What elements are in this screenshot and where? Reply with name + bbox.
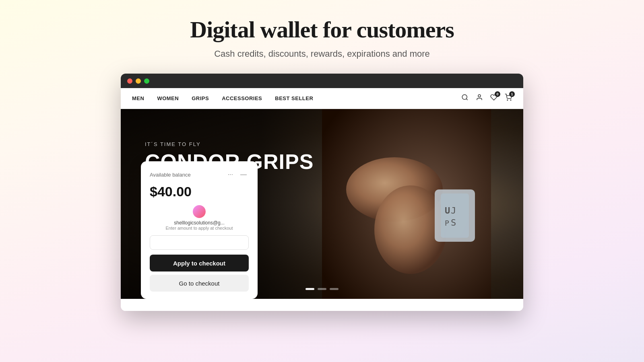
wallet-minimize-button[interactable]: — (238, 170, 249, 179)
svg-text:S: S (451, 218, 456, 228)
nav-women[interactable]: WOMEN (157, 95, 179, 101)
slide-dot-2[interactable] (318, 288, 326, 290)
slide-dot-1[interactable] (305, 288, 314, 290)
nav-grips[interactable]: GRIPS (192, 95, 209, 101)
wallet-amount-input[interactable] (150, 235, 249, 250)
wishlist-badge: 0 (495, 91, 500, 97)
slide-dot-3[interactable] (330, 288, 339, 290)
go-to-checkout-button[interactable]: Go to checkout (150, 275, 249, 292)
wallet-email: shelllogicsolutions@g... (174, 220, 225, 226)
wallet-card: Available balance ··· — $40.00 shelllogi… (141, 161, 258, 299)
svg-point-3 (507, 100, 508, 101)
nav-men[interactable]: MEN (132, 95, 144, 101)
slide-indicators (305, 288, 339, 290)
browser-bottom (121, 299, 523, 311)
nav-accessories[interactable]: ACCESSORIES (222, 95, 262, 101)
wallet-label: Available balance (150, 172, 191, 178)
wallet-enter-label: Enter amount to apply at checkout (166, 226, 233, 230)
cart-button[interactable]: 1 (505, 94, 512, 103)
wallet-avatar (193, 205, 206, 218)
hero-image: U J P S (322, 109, 491, 299)
browser-window: MEN WOMEN GRIPS ACCESSORIES BEST SELLER … (121, 74, 523, 311)
hero-section: U J P S IT´S TIME TO FLY CONDOR GRIPS Av… (121, 109, 523, 299)
wallet-balance: $40.00 (150, 184, 249, 200)
wishlist-button[interactable]: 0 (490, 94, 497, 103)
dot-close[interactable] (127, 78, 132, 84)
page-headline: Digital wallet for customers (190, 16, 454, 43)
nav-bestseller[interactable]: BEST SELLER (275, 95, 313, 101)
store-nav: MEN WOMEN GRIPS ACCESSORIES BEST SELLER … (121, 88, 523, 109)
svg-text:U: U (445, 206, 450, 216)
wallet-email-row: shelllogicsolutions@g... Enter amount to… (150, 205, 249, 230)
cart-badge: 1 (509, 91, 515, 97)
nav-links: MEN WOMEN GRIPS ACCESSORIES BEST SELLER (132, 95, 313, 101)
svg-text:P: P (445, 219, 449, 227)
svg-point-4 (510, 100, 511, 101)
page-wrapper: Digital wallet for customers Cash credit… (0, 0, 644, 362)
wallet-header: Available balance ··· — (150, 170, 249, 179)
svg-line-1 (466, 99, 467, 100)
svg-point-0 (462, 95, 467, 99)
wallet-more-button[interactable]: ··· (226, 170, 235, 179)
dot-minimize[interactable] (136, 78, 141, 84)
hero-tagline: IT´S TIME TO FLY (145, 141, 314, 147)
wallet-header-icons: ··· — (226, 170, 249, 179)
user-button[interactable] (476, 94, 483, 103)
svg-point-2 (478, 95, 481, 97)
nav-icons: 0 1 (461, 94, 512, 103)
apply-to-checkout-button[interactable]: Apply to checkout (150, 255, 249, 272)
svg-rect-9 (441, 193, 469, 238)
search-button[interactable] (461, 94, 469, 103)
browser-titlebar (121, 74, 523, 88)
page-subheadline: Cash credits, discounts, rewards, expira… (214, 49, 430, 59)
svg-text:J: J (451, 206, 456, 216)
dot-maximize[interactable] (144, 78, 149, 84)
